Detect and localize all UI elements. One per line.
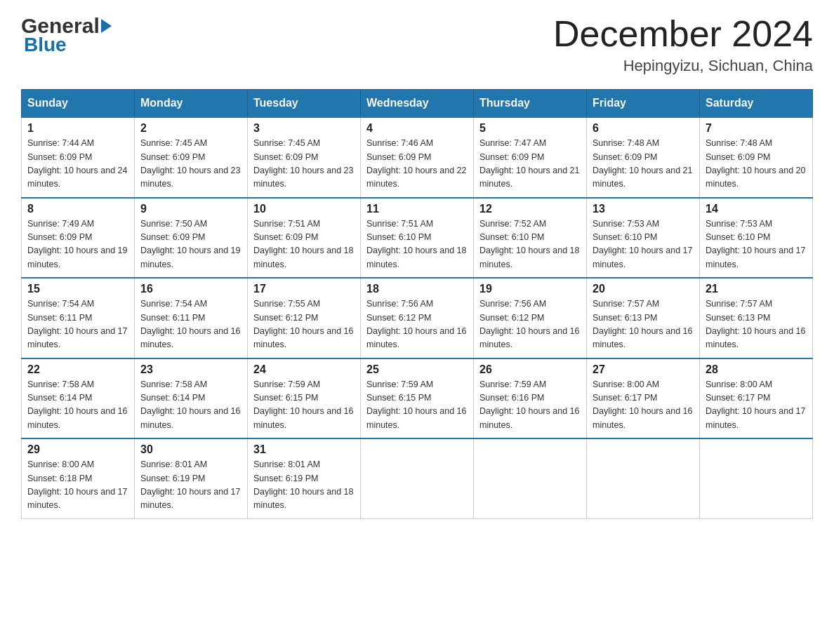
calendar-cell: 7Sunrise: 7:48 AMSunset: 6:09 PMDaylight…: [700, 117, 813, 198]
header-tuesday: Tuesday: [248, 90, 361, 118]
calendar-cell: 29Sunrise: 8:00 AMSunset: 6:18 PMDayligh…: [22, 438, 135, 518]
day-info: Sunrise: 7:54 AMSunset: 6:11 PMDaylight:…: [140, 297, 241, 352]
day-number: 17: [253, 283, 355, 295]
day-info: Sunrise: 7:53 AMSunset: 6:10 PMDaylight:…: [706, 217, 807, 272]
day-info: Sunrise: 7:56 AMSunset: 6:12 PMDaylight:…: [366, 297, 468, 352]
day-number: 27: [593, 363, 694, 376]
day-number: 26: [479, 363, 581, 376]
calendar-cell: 12Sunrise: 7:52 AMSunset: 6:10 PMDayligh…: [474, 198, 587, 279]
calendar-week-row: 1Sunrise: 7:44 AMSunset: 6:09 PMDaylight…: [22, 117, 813, 198]
calendar-cell: 4Sunrise: 7:46 AMSunset: 6:09 PMDaylight…: [361, 117, 474, 198]
day-info: Sunrise: 7:58 AMSunset: 6:14 PMDaylight:…: [140, 378, 241, 433]
calendar-cell: 1Sunrise: 7:44 AMSunset: 6:09 PMDaylight…: [22, 117, 135, 198]
calendar-cell: 27Sunrise: 8:00 AMSunset: 6:17 PMDayligh…: [587, 358, 700, 439]
header-thursday: Thursday: [474, 90, 587, 118]
calendar-cell: 19Sunrise: 7:56 AMSunset: 6:12 PMDayligh…: [474, 278, 587, 358]
day-info: Sunrise: 8:00 AMSunset: 6:17 PMDaylight:…: [706, 378, 807, 433]
calendar-cell: 18Sunrise: 7:56 AMSunset: 6:12 PMDayligh…: [361, 278, 474, 358]
day-number: 31: [253, 443, 355, 456]
day-number: 24: [253, 363, 355, 376]
day-info: Sunrise: 8:00 AMSunset: 6:17 PMDaylight:…: [593, 378, 694, 433]
calendar-cell: 17Sunrise: 7:55 AMSunset: 6:12 PMDayligh…: [248, 278, 361, 358]
calendar-cell: 5Sunrise: 7:47 AMSunset: 6:09 PMDaylight…: [474, 117, 587, 198]
calendar-cell: 25Sunrise: 7:59 AMSunset: 6:15 PMDayligh…: [361, 358, 474, 439]
calendar-cell: 6Sunrise: 7:48 AMSunset: 6:09 PMDaylight…: [587, 117, 700, 198]
day-number: 5: [479, 122, 581, 135]
day-info: Sunrise: 7:51 AMSunset: 6:09 PMDaylight:…: [253, 217, 355, 272]
calendar-week-row: 22Sunrise: 7:58 AMSunset: 6:14 PMDayligh…: [22, 358, 813, 439]
day-number: 13: [593, 203, 694, 215]
day-info: Sunrise: 8:00 AMSunset: 6:18 PMDaylight:…: [27, 458, 128, 513]
day-number: 14: [706, 203, 807, 215]
calendar-cell: 31Sunrise: 8:01 AMSunset: 6:19 PMDayligh…: [248, 438, 361, 518]
calendar-week-row: 29Sunrise: 8:00 AMSunset: 6:18 PMDayligh…: [22, 438, 813, 518]
title-block: December 2024 Hepingyizu, Sichuan, China: [553, 14, 813, 75]
day-info: Sunrise: 7:48 AMSunset: 6:09 PMDaylight:…: [706, 137, 807, 192]
day-info: Sunrise: 7:51 AMSunset: 6:10 PMDaylight:…: [366, 217, 468, 272]
day-info: Sunrise: 7:54 AMSunset: 6:11 PMDaylight:…: [27, 297, 128, 352]
day-info: Sunrise: 7:59 AMSunset: 6:15 PMDaylight:…: [253, 378, 355, 433]
day-number: 29: [27, 443, 128, 456]
day-info: Sunrise: 7:59 AMSunset: 6:15 PMDaylight:…: [366, 378, 468, 433]
calendar-table: SundayMondayTuesdayWednesdayThursdayFrid…: [21, 89, 813, 519]
calendar-cell: [474, 438, 587, 518]
calendar-cell: 20Sunrise: 7:57 AMSunset: 6:13 PMDayligh…: [587, 278, 700, 358]
header-friday: Friday: [587, 90, 700, 118]
day-number: 12: [479, 203, 581, 215]
calendar-cell: 11Sunrise: 7:51 AMSunset: 6:10 PMDayligh…: [361, 198, 474, 279]
calendar-cell: [361, 438, 474, 518]
day-info: Sunrise: 7:49 AMSunset: 6:09 PMDaylight:…: [27, 217, 128, 272]
calendar-cell: 30Sunrise: 8:01 AMSunset: 6:19 PMDayligh…: [135, 438, 248, 518]
calendar-cell: 16Sunrise: 7:54 AMSunset: 6:11 PMDayligh…: [135, 278, 248, 358]
day-number: 22: [27, 363, 128, 376]
day-number: 11: [366, 203, 468, 215]
day-info: Sunrise: 7:44 AMSunset: 6:09 PMDaylight:…: [27, 137, 128, 192]
day-number: 21: [706, 283, 807, 295]
day-info: Sunrise: 7:47 AMSunset: 6:09 PMDaylight:…: [479, 137, 581, 192]
calendar-week-row: 8Sunrise: 7:49 AMSunset: 6:09 PMDaylight…: [22, 198, 813, 279]
header-saturday: Saturday: [700, 90, 813, 118]
day-number: 25: [366, 363, 468, 376]
day-info: Sunrise: 7:45 AMSunset: 6:09 PMDaylight:…: [140, 137, 241, 192]
calendar-cell: 9Sunrise: 7:50 AMSunset: 6:09 PMDaylight…: [135, 198, 248, 279]
header-monday: Monday: [135, 90, 248, 118]
month-year-title: December 2024: [553, 14, 813, 54]
calendar-cell: [587, 438, 700, 518]
calendar-cell: 8Sunrise: 7:49 AMSunset: 6:09 PMDaylight…: [22, 198, 135, 279]
day-info: Sunrise: 7:53 AMSunset: 6:10 PMDaylight:…: [593, 217, 694, 272]
day-info: Sunrise: 8:01 AMSunset: 6:19 PMDaylight:…: [140, 458, 241, 513]
day-number: 9: [140, 203, 241, 215]
day-info: Sunrise: 8:01 AMSunset: 6:19 PMDaylight:…: [253, 458, 355, 513]
calendar-cell: 14Sunrise: 7:53 AMSunset: 6:10 PMDayligh…: [700, 198, 813, 279]
day-info: Sunrise: 7:57 AMSunset: 6:13 PMDaylight:…: [593, 297, 694, 352]
day-number: 8: [27, 203, 128, 215]
calendar-cell: 2Sunrise: 7:45 AMSunset: 6:09 PMDaylight…: [135, 117, 248, 198]
logo: General Blue: [21, 14, 112, 56]
logo-blue-text: Blue: [24, 34, 67, 56]
calendar-cell: 24Sunrise: 7:59 AMSunset: 6:15 PMDayligh…: [248, 358, 361, 439]
calendar-cell: 23Sunrise: 7:58 AMSunset: 6:14 PMDayligh…: [135, 358, 248, 439]
day-info: Sunrise: 7:48 AMSunset: 6:09 PMDaylight:…: [593, 137, 694, 192]
day-number: 4: [366, 122, 468, 135]
day-number: 30: [140, 443, 241, 456]
day-number: 3: [253, 122, 355, 135]
calendar-header-row: SundayMondayTuesdayWednesdayThursdayFrid…: [22, 90, 813, 118]
day-info: Sunrise: 7:57 AMSunset: 6:13 PMDaylight:…: [706, 297, 807, 352]
calendar-cell: [700, 438, 813, 518]
calendar-cell: 3Sunrise: 7:45 AMSunset: 6:09 PMDaylight…: [248, 117, 361, 198]
day-info: Sunrise: 7:56 AMSunset: 6:12 PMDaylight:…: [479, 297, 581, 352]
location-subtitle: Hepingyizu, Sichuan, China: [553, 57, 813, 75]
day-number: 7: [706, 122, 807, 135]
day-number: 20: [593, 283, 694, 295]
calendar-week-row: 15Sunrise: 7:54 AMSunset: 6:11 PMDayligh…: [22, 278, 813, 358]
day-number: 6: [593, 122, 694, 135]
day-number: 23: [140, 363, 241, 376]
day-number: 19: [479, 283, 581, 295]
calendar-cell: 28Sunrise: 8:00 AMSunset: 6:17 PMDayligh…: [700, 358, 813, 439]
page-header: General Blue December 2024 Hepingyizu, S…: [21, 14, 813, 75]
day-info: Sunrise: 7:52 AMSunset: 6:10 PMDaylight:…: [479, 217, 581, 272]
day-info: Sunrise: 7:59 AMSunset: 6:16 PMDaylight:…: [479, 378, 581, 433]
calendar-cell: 21Sunrise: 7:57 AMSunset: 6:13 PMDayligh…: [700, 278, 813, 358]
calendar-cell: 26Sunrise: 7:59 AMSunset: 6:16 PMDayligh…: [474, 358, 587, 439]
calendar-cell: 10Sunrise: 7:51 AMSunset: 6:09 PMDayligh…: [248, 198, 361, 279]
